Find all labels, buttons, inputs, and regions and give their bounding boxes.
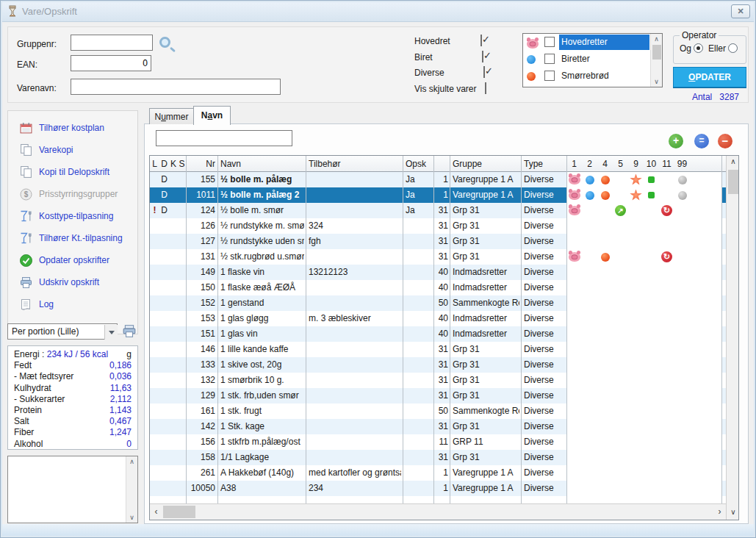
column-header-opsk[interactable]: Opsk bbox=[403, 156, 432, 172]
scroll-down-icon[interactable]: ∨ bbox=[651, 76, 662, 87]
table-row[interactable]: 1291 stk. frb,uden smør31Grp 31Diverse bbox=[150, 388, 726, 404]
table-row[interactable]: 10050A382341Varegruppe 1 ADiverse bbox=[150, 481, 726, 496]
sidebar-item-log[interactable]: Log bbox=[8, 293, 137, 315]
table-row[interactable]: 1461 lille kande kaffe31Grp 31Diverse bbox=[150, 342, 726, 357]
column-header-tilbehor[interactable]: Tilbehør bbox=[306, 156, 401, 172]
scroll-thumb[interactable] bbox=[652, 45, 661, 60]
column-header-l[interactable]: L bbox=[150, 156, 159, 172]
column-header-navn[interactable]: Navn bbox=[217, 156, 304, 172]
sidebar-item-udskriv-opskrift[interactable]: Udskriv opskrift bbox=[8, 271, 137, 293]
tab-nummer[interactable]: Nummer bbox=[149, 108, 194, 124]
nutrition-panel: Energi : 234 kJ / 56 kcal g Fedt0,186 - … bbox=[7, 345, 138, 450]
scroll-right-icon[interactable]: › bbox=[713, 504, 726, 520]
column-header-flag[interactable]: 4 bbox=[597, 156, 613, 172]
column-header-flag[interactable]: 1 bbox=[566, 156, 582, 172]
tab-navn[interactable]: Navn bbox=[193, 106, 231, 125]
table-row[interactable]: 261A Hakkebøf (140g)med kartofler og grø… bbox=[150, 465, 726, 481]
sidebar-item-kopi-til-delopskrift[interactable]: Kopi til Delopskrift bbox=[8, 161, 137, 183]
cell-tilb: med kartofler og grøntsage bbox=[306, 465, 401, 481]
name-filter-input[interactable] bbox=[156, 130, 292, 146]
equal-button[interactable]: = bbox=[694, 134, 709, 148]
smorrebrod-checkbox[interactable] bbox=[544, 71, 555, 81]
column-header-type[interactable]: Type bbox=[521, 156, 565, 172]
table-row[interactable]: 1521 genstand50Sammenkogte RetteDiverse bbox=[150, 295, 726, 311]
table-row[interactable]: 1331 skive ost, 20g31Grp 31Diverse bbox=[150, 357, 726, 373]
horizontal-scrollbar[interactable]: ‹ › bbox=[150, 503, 726, 520]
table-row[interactable]: 1501 flaske æøå ÆØÅ40IndmadsretterDivers… bbox=[150, 280, 726, 295]
varenavn-input[interactable] bbox=[71, 79, 281, 95]
table-row[interactable]: 1561 stkfrb m.pålæg/ost11GRP 11Diverse bbox=[150, 434, 726, 450]
column-header-flag[interactable]: 5 bbox=[613, 156, 628, 172]
column-header-nr[interactable]: Nr bbox=[186, 156, 215, 172]
sidebar-item-varekopi[interactable]: Varekopi bbox=[8, 139, 137, 161]
scroll-thumb[interactable] bbox=[163, 506, 195, 518]
sidebar-item-opdater-opskrifter[interactable]: Opdater opskrifter bbox=[8, 249, 137, 271]
table-row[interactable]: D1011½ bolle m. pålæg 2Ja1Varegruppe 1 A… bbox=[150, 187, 726, 203]
column-header-s[interactable]: S bbox=[178, 156, 186, 172]
opdater-button[interactable]: OPDATER bbox=[673, 67, 746, 87]
cell-s bbox=[178, 357, 186, 373]
vertical-scrollbar[interactable]: ∧ ∨ bbox=[726, 156, 739, 520]
search-icon[interactable] bbox=[159, 37, 170, 48]
column-header-flag[interactable]: 99 bbox=[674, 156, 690, 172]
biretter-checkbox[interactable] bbox=[544, 54, 555, 64]
portion-select[interactable]: Per portion (Lille) bbox=[7, 323, 118, 340]
close-button[interactable]: ✕ bbox=[731, 4, 750, 18]
hovedretter-checkbox[interactable] bbox=[544, 37, 555, 47]
list-item-biretter[interactable]: Biretter bbox=[523, 51, 662, 68]
column-header-flag[interactable]: 11 bbox=[659, 156, 674, 172]
scroll-thumb[interactable] bbox=[728, 170, 738, 194]
table-row[interactable]: 1321 smørbrik 10 g.31Grp 31Diverse bbox=[150, 373, 726, 388]
add-button[interactable]: + bbox=[669, 134, 683, 148]
table-row[interactable]: 127½ rundstykke uden smfgh31Grp 31Divers… bbox=[150, 234, 726, 249]
flag-cells bbox=[566, 187, 721, 203]
list-scrollbar[interactable]: ∧ ∨ bbox=[650, 34, 662, 87]
biret-checkbox[interactable] bbox=[482, 51, 483, 62]
column-header-flag[interactable]: 2 bbox=[582, 156, 597, 172]
scroll-up-icon[interactable]: ∧ bbox=[727, 156, 739, 168]
sidebar-item-tilhorer-kt-tilpasning[interactable]: Tilhører Kt.-tilpasning bbox=[8, 227, 137, 249]
column-header-d[interactable]: D bbox=[159, 156, 169, 172]
table-row[interactable]: 1531 glas gløggm. 3 æbleskiver40Indmadsr… bbox=[150, 311, 726, 326]
scroll-left-icon[interactable]: ‹ bbox=[150, 504, 162, 520]
vis-skjulte-varer-checkbox[interactable] bbox=[485, 82, 486, 94]
column-header-flag[interactable]: 10 bbox=[644, 156, 659, 172]
column-header-flag[interactable]: 9 bbox=[628, 156, 644, 172]
notes-scrollbar[interactable]: ∧ ∨ bbox=[126, 456, 137, 523]
remove-button[interactable]: − bbox=[718, 134, 732, 148]
scroll-up-icon[interactable]: ∧ bbox=[651, 34, 662, 44]
gruppenr-input[interactable] bbox=[71, 35, 153, 51]
scroll-down-icon[interactable]: ∨ bbox=[126, 512, 137, 523]
table-row[interactable]: 1421 Stk. kage31Grp 31Diverse bbox=[150, 419, 726, 434]
column-header-gruppe[interactable]: Gruppe bbox=[450, 156, 519, 172]
table-row[interactable]: 1581/1 Lagkage31Grp 31Diverse bbox=[150, 450, 726, 465]
column-header-k[interactable]: K bbox=[169, 156, 178, 172]
eller-radio[interactable] bbox=[728, 43, 738, 53]
ean-input[interactable] bbox=[71, 55, 151, 71]
category-listbox: Hovedretter Biretter Smørrebrød ∧ ∨ bbox=[522, 33, 663, 87]
list-item-smorrebrod[interactable]: Smørrebrød bbox=[523, 68, 662, 85]
cell-grp: Grp 31 bbox=[450, 357, 519, 373]
cell-s bbox=[178, 373, 186, 388]
hovedret-label: Hovedret bbox=[414, 36, 450, 46]
diverse-checkbox[interactable] bbox=[483, 66, 485, 78]
table-row[interactable]: 131½ stk.rugbrød u.smør31Grp 31Diverse bbox=[150, 249, 726, 265]
table-row[interactable]: 126½ rundstykke m. smør32431Grp 31Divers… bbox=[150, 218, 726, 234]
hovedret-checkbox[interactable] bbox=[480, 35, 482, 46]
scroll-down-icon[interactable]: ∨ bbox=[727, 506, 739, 519]
column-header-grpnr[interactable] bbox=[433, 156, 448, 172]
table-row[interactable]: !D124½ bolle m. smørJa31Grp 31Diverse bbox=[150, 203, 726, 218]
cell-tilb bbox=[306, 404, 401, 419]
chevron-down-icon[interactable] bbox=[104, 325, 118, 340]
notes-box[interactable]: ∧ ∨ bbox=[7, 456, 138, 523]
sidebar-item-kosttype-tilpasning[interactable]: Kosttype-tilpasning bbox=[8, 205, 137, 227]
printer-icon[interactable] bbox=[122, 324, 137, 338]
sidebar-item-tilhorer-kostplan[interactable]: Tilhører kostplan bbox=[8, 117, 137, 139]
table-row[interactable]: 1511 glas vin40IndmadsretterDiverse bbox=[150, 326, 726, 342]
table-row[interactable]: 1611 stk. frugt50Sammenkogte RetteDivers… bbox=[150, 404, 726, 419]
table-row[interactable]: D155½ bolle m. pålægJa1Varegruppe 1 ADiv… bbox=[150, 172, 726, 187]
list-item-hovedretter[interactable]: Hovedretter bbox=[523, 34, 662, 51]
scroll-up-icon[interactable]: ∧ bbox=[126, 456, 137, 467]
table-row[interactable]: 1491 flaske vin1321212340IndmadsretterDi… bbox=[150, 265, 726, 280]
og-radio[interactable] bbox=[694, 43, 703, 53]
